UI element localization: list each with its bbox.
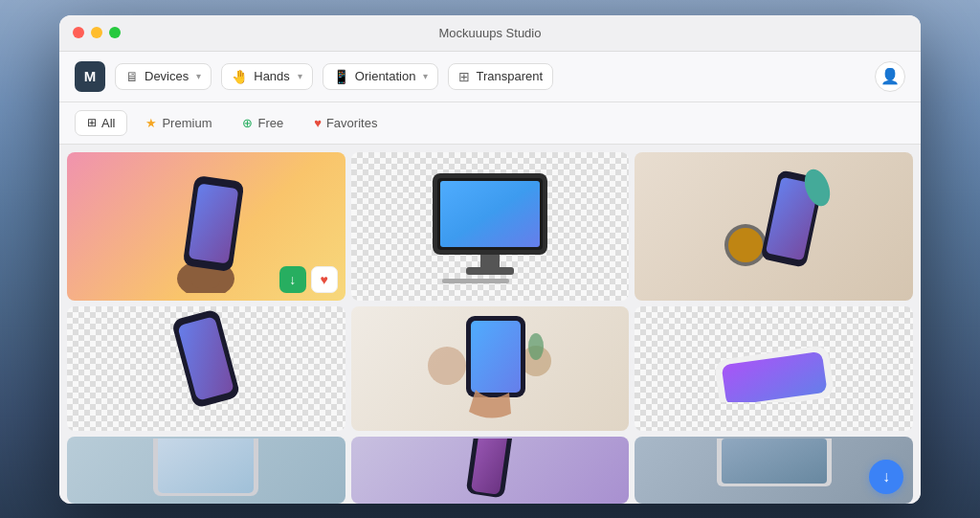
- grid-item-7[interactable]: [67, 437, 345, 504]
- app-window: Mockuuups Studio M 🖥 Devices ▾ 🤚 Hands ▾…: [59, 15, 921, 504]
- mockup-preview-4: [67, 306, 345, 431]
- svg-rect-29: [722, 439, 827, 484]
- grid-item-2[interactable]: [351, 152, 630, 301]
- tab-favorites[interactable]: ♥ Favorites: [301, 110, 390, 136]
- mockup-preview-3: [635, 152, 913, 301]
- grid-item-1[interactable]: ↓ ♥: [67, 152, 345, 301]
- tab-premium-label: Premium: [162, 116, 212, 130]
- grid-item-9[interactable]: ↓: [635, 437, 913, 504]
- download-button-1[interactable]: ↓: [279, 266, 306, 293]
- fab-download-button[interactable]: ↓: [869, 460, 903, 494]
- svg-rect-25: [158, 439, 254, 493]
- svg-rect-9: [442, 279, 509, 283]
- toolbar: M 🖥 Devices ▾ 🤚 Hands ▾ 📱 Orientation ▾ …: [59, 52, 921, 102]
- titlebar: Mockuuups Studio: [59, 15, 921, 52]
- grid-item-4[interactable]: [67, 306, 345, 431]
- grid-item-8[interactable]: [351, 437, 630, 504]
- mockup-preview-2: [351, 152, 630, 301]
- hands-dropdown[interactable]: 🤚 Hands ▾: [221, 63, 313, 90]
- chevron-down-icon: ▾: [196, 71, 201, 81]
- minimize-button[interactable]: [91, 27, 102, 38]
- chevron-down-icon: ▾: [423, 71, 428, 81]
- tab-all[interactable]: ⊞ All: [75, 110, 127, 136]
- transparent-dropdown[interactable]: ⊞ Transparent: [448, 63, 553, 90]
- maximize-button[interactable]: [109, 27, 121, 38]
- check-circle-icon: ⊕: [242, 116, 253, 130]
- transparent-icon: ⊞: [458, 69, 470, 84]
- chevron-down-icon: ▾: [298, 71, 302, 81]
- hand-icon: 🤚: [232, 69, 248, 84]
- logo-button[interactable]: M: [75, 61, 105, 92]
- tab-free-label: Free: [257, 116, 283, 130]
- grid-item-3[interactable]: [635, 152, 913, 301]
- svg-rect-7: [480, 255, 500, 269]
- mockup-preview-7: [67, 437, 345, 504]
- orientation-label: Orientation: [355, 69, 416, 83]
- grid-layout: ↓ ♥: [67, 152, 913, 504]
- filter-bar: ⊞ All ★ Premium ⊕ Free ♥ Favorites: [59, 102, 921, 145]
- grid-item-5[interactable]: [351, 306, 630, 431]
- mockup-grid: ↓ ♥: [59, 145, 921, 504]
- svg-point-11: [728, 228, 763, 262]
- svg-rect-8: [466, 267, 514, 275]
- favorite-button-1[interactable]: ♥: [311, 266, 338, 293]
- close-button[interactable]: [73, 27, 84, 38]
- tab-favorites-label: Favorites: [326, 116, 377, 130]
- svg-point-17: [428, 347, 466, 385]
- orientation-dropdown[interactable]: 📱 Orientation ▾: [323, 63, 439, 90]
- devices-label: Devices: [145, 69, 189, 83]
- tab-premium[interactable]: ★ Premium: [133, 110, 224, 136]
- devices-dropdown[interactable]: 🖥 Devices ▾: [115, 63, 212, 90]
- svg-rect-20: [471, 321, 521, 393]
- transparent-label: Transparent: [476, 69, 543, 83]
- star-icon: ★: [145, 116, 157, 130]
- user-button[interactable]: 👤: [875, 61, 905, 92]
- tab-free[interactable]: ⊕ Free: [230, 110, 296, 136]
- svg-point-21: [528, 333, 544, 360]
- heart-icon: ♥: [314, 116, 322, 130]
- action-overlay-1: ↓ ♥: [279, 266, 338, 293]
- hands-label: Hands: [254, 69, 290, 83]
- traffic-lights: [73, 27, 121, 38]
- tab-all-label: All: [101, 116, 115, 130]
- mockup-preview-5: [351, 306, 630, 431]
- mockup-preview-6: [635, 306, 913, 431]
- monitor-icon: 🖥: [125, 69, 139, 84]
- user-icon: 👤: [880, 67, 900, 85]
- phone-icon: 📱: [333, 69, 349, 84]
- mockup-preview-8: [351, 437, 630, 504]
- window-title: Mockuuups Studio: [439, 26, 542, 40]
- grid-icon: ⊞: [87, 116, 97, 129]
- svg-rect-6: [440, 181, 540, 247]
- grid-item-6[interactable]: [635, 306, 913, 431]
